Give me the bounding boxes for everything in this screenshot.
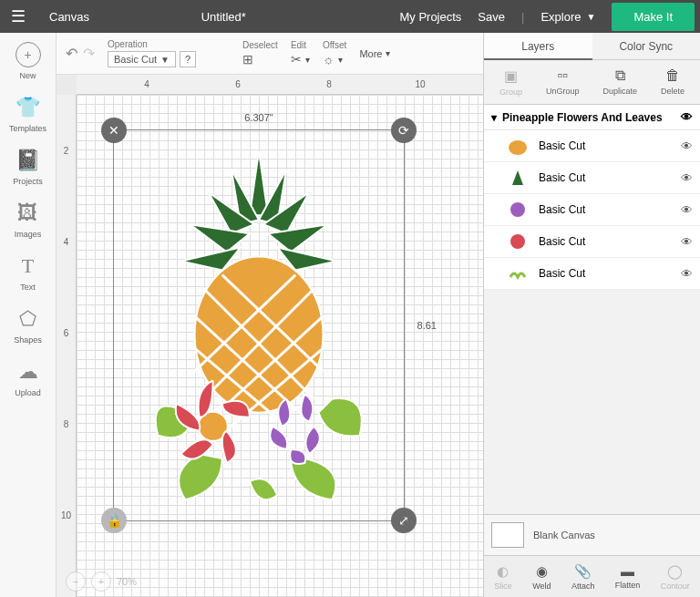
flatten-button[interactable]: ▬Flatten bbox=[615, 563, 641, 590]
action-label: Weld bbox=[532, 582, 551, 591]
contour-icon: ◯ bbox=[667, 563, 683, 580]
group-button[interactable]: ▣Group bbox=[499, 67, 522, 97]
explore-label: Explore bbox=[540, 10, 581, 24]
sidebar-item-label: Text bbox=[20, 283, 36, 292]
visibility-toggle[interactable]: 👁 bbox=[681, 139, 693, 153]
canvas-area: ↶ ↷ Operation Basic Cut ▼ ? Deselect ⊞ bbox=[57, 33, 483, 597]
layer-actions: ▣Group ▫▫UnGroup ⧉Duplicate 🗑Delete bbox=[484, 60, 700, 105]
main: + New 👕 Templates 📓 Projects 🖼 Images T … bbox=[0, 33, 700, 597]
selection-box[interactable]: 6.307" 8.61 ✕ ⟳ 🔒 ⤢ bbox=[113, 129, 405, 521]
deselect-group[interactable]: Deselect ⊞ bbox=[242, 40, 278, 67]
layer-label: Basic Cut bbox=[539, 203, 585, 216]
offset-group[interactable]: Offset ☼▾ bbox=[323, 40, 347, 67]
menu-icon[interactable]: ☰ bbox=[0, 6, 36, 26]
help-button[interactable]: ? bbox=[180, 51, 196, 67]
ungroup-icon: ▫▫ bbox=[558, 67, 568, 84]
undo-button[interactable]: ↶ bbox=[66, 45, 77, 62]
sidebar-item-upload[interactable]: ☁ Upload bbox=[15, 359, 41, 397]
sidebar-item-label: Shapes bbox=[14, 335, 42, 345]
sidebar-item-label: New bbox=[19, 71, 36, 80]
contour-button[interactable]: ◯Contour bbox=[661, 563, 690, 591]
action-label: UnGroup bbox=[546, 87, 580, 96]
action-label: Delete bbox=[661, 87, 685, 96]
svg-point-2 bbox=[509, 140, 527, 155]
sun-icon: ☼ bbox=[323, 52, 335, 67]
ruler-vertical: 2 4 6 8 10 bbox=[57, 95, 77, 597]
explore-dropdown[interactable]: Explore ▼ bbox=[540, 10, 595, 24]
selection-width: 6.307" bbox=[244, 112, 273, 123]
make-it-button[interactable]: Make It bbox=[612, 3, 695, 31]
visibility-toggle[interactable]: 👁 bbox=[681, 171, 693, 185]
sidebar-item-label: Upload bbox=[15, 388, 41, 397]
ruler-tick: 4 bbox=[124, 75, 170, 94]
delete-button[interactable]: 🗑Delete bbox=[661, 67, 685, 97]
document-title[interactable]: Untitled* bbox=[102, 10, 399, 24]
flatten-icon: ▬ bbox=[621, 563, 634, 579]
layer-item[interactable]: Basic Cut 👁 bbox=[484, 258, 700, 290]
redo-button[interactable]: ↷ bbox=[83, 45, 95, 62]
sidebar-item-shapes[interactable]: ⬠ Shapes bbox=[14, 306, 42, 345]
zoom-controls: − + 70% bbox=[66, 571, 137, 592]
layer-item[interactable]: Basic Cut 👁 bbox=[484, 162, 700, 194]
tab-layers[interactable]: Layers bbox=[484, 33, 592, 60]
weld-button[interactable]: ◉Weld bbox=[532, 563, 551, 591]
divider: | bbox=[521, 10, 524, 24]
sidebar-item-templates[interactable]: 👕 Templates bbox=[9, 95, 46, 133]
layer-item[interactable]: Basic Cut 👁 bbox=[484, 194, 700, 226]
layer-item[interactable]: Basic Cut 👁 bbox=[484, 226, 700, 258]
swatch-icon bbox=[491, 522, 524, 548]
save-button[interactable]: Save bbox=[478, 10, 505, 24]
layer-label: Basic Cut bbox=[539, 235, 585, 248]
chevron-down-icon: ▾ bbox=[386, 48, 390, 58]
selection-height: 8.61 bbox=[417, 320, 437, 331]
more-dropdown[interactable]: More ▾ bbox=[359, 48, 390, 59]
sidebar-item-images[interactable]: 🖼 Images bbox=[15, 201, 42, 239]
attach-button[interactable]: 📎Attach bbox=[571, 563, 595, 591]
operation-select[interactable]: Basic Cut ▼ bbox=[108, 51, 176, 67]
ruler-tick: 10 bbox=[397, 75, 443, 94]
layer-item[interactable]: Basic Cut 👁 bbox=[484, 130, 700, 162]
zoom-in-button[interactable]: + bbox=[91, 571, 111, 592]
ungroup-button[interactable]: ▫▫UnGroup bbox=[546, 67, 580, 97]
notebook-icon: 📓 bbox=[15, 148, 40, 173]
visibility-toggle[interactable]: 👁 bbox=[681, 110, 693, 124]
sidebar-item-new[interactable]: + New bbox=[15, 42, 41, 80]
canvas-color-picker[interactable]: Blank Canvas bbox=[484, 514, 700, 555]
sidebar-item-label: Templates bbox=[9, 124, 46, 133]
group-icon: ▣ bbox=[504, 67, 518, 85]
tab-color-sync[interactable]: Color Sync bbox=[592, 33, 701, 60]
visibility-toggle[interactable]: 👁 bbox=[681, 203, 693, 217]
canvas-wrap[interactable]: 4 6 8 10 2 4 6 8 10 bbox=[57, 75, 483, 597]
ruler-tick: 8 bbox=[57, 401, 76, 447]
undo-redo: ↶ ↷ bbox=[66, 45, 95, 62]
text-icon: T bbox=[15, 253, 41, 279]
chevron-down-icon: ▼ bbox=[160, 55, 170, 65]
offset-label: Offset bbox=[323, 40, 347, 50]
ruler-horizontal: 4 6 8 10 bbox=[77, 75, 483, 95]
visibility-toggle[interactable]: 👁 bbox=[681, 267, 693, 281]
right-tabs: Layers Color Sync bbox=[484, 33, 700, 60]
group-name: Pineapple Flowers And Leaves bbox=[502, 111, 663, 124]
ruler-tick: 4 bbox=[57, 219, 76, 264]
sidebar-item-text[interactable]: T Text bbox=[15, 253, 41, 292]
weld-icon: ◉ bbox=[536, 563, 548, 580]
layer-group-header[interactable]: ▾ Pineapple Flowers And Leaves 👁 bbox=[484, 105, 700, 130]
duplicate-button[interactable]: ⧉Duplicate bbox=[602, 67, 637, 97]
action-label: Contour bbox=[661, 582, 690, 591]
my-projects-link[interactable]: My Projects bbox=[399, 10, 461, 24]
action-label: Attach bbox=[571, 582, 595, 591]
left-sidebar: + New 👕 Templates 📓 Projects 🖼 Images T … bbox=[0, 33, 57, 597]
cloud-upload-icon: ☁ bbox=[15, 359, 41, 385]
topbar-right: My Projects Save | Explore ▼ Make It bbox=[399, 3, 700, 31]
attach-icon: 📎 bbox=[574, 563, 592, 580]
edit-group[interactable]: Edit ✂▾ bbox=[291, 40, 310, 67]
artwork[interactable] bbox=[121, 138, 396, 513]
topbar: ☰ Canvas Untitled* My Projects Save | Ex… bbox=[0, 0, 700, 33]
sidebar-item-projects[interactable]: 📓 Projects bbox=[13, 148, 43, 186]
ruler-tick: 10 bbox=[57, 492, 76, 538]
visibility-toggle[interactable]: 👁 bbox=[681, 235, 693, 249]
svg-point-4 bbox=[510, 234, 525, 249]
slice-button[interactable]: ◐Slice bbox=[494, 563, 512, 591]
zoom-out-button[interactable]: − bbox=[66, 571, 86, 592]
ruler-tick: 8 bbox=[306, 75, 352, 94]
